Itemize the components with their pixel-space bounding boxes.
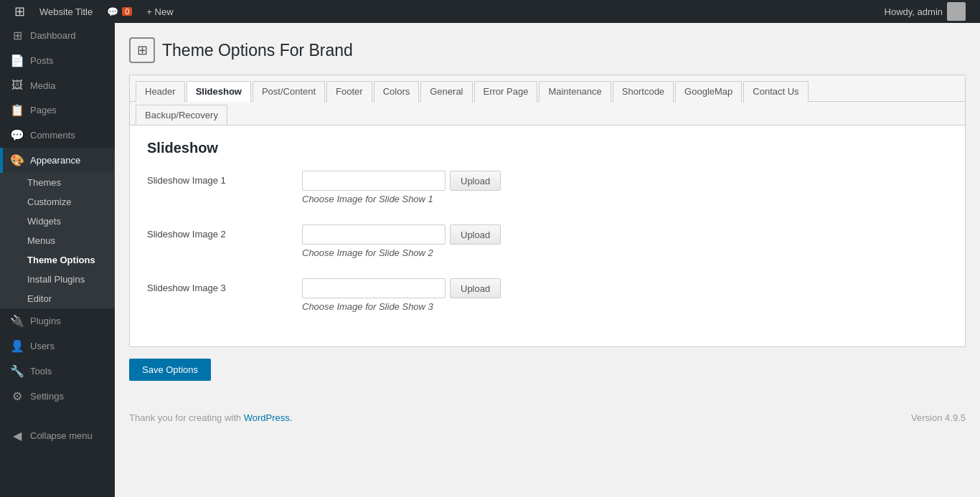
tab-backup-recovery[interactable]: Backup/Recovery [136,105,227,125]
sidebar-item-comments[interactable]: 💬 Comments [0,123,115,148]
tab-footer[interactable]: Footer [326,81,372,102]
footer-thanks: Thank you for creating with WordPress. [129,412,292,423]
slideshow-image-2-hint: Choose Image for Slide Show 2 [302,247,501,258]
sidebar-sub-install-plugins[interactable]: Install Plugins [0,270,115,289]
sidebar-item-posts[interactable]: 📄 Posts [0,48,115,73]
sidebar: ⊞ Dashboard 📄 Posts 🖼 Media 📋 Pages 💬 Co… [0,23,115,497]
sidebar-sub-menus[interactable]: Menus [0,231,115,250]
comment-icon: 💬 [107,6,118,17]
sidebar-item-plugins[interactable]: 🔌 Plugins [0,308,115,333]
footer-version: Version 4.9.5 [911,412,966,423]
sidebar-item-media[interactable]: 🖼 Media [0,73,115,98]
sidebar-collapse-label: Collapse menu [30,430,93,441]
slideshow-image-1-label: Slideshow Image 1 [147,171,291,186]
sidebar-sub-widgets[interactable]: Widgets [0,212,115,231]
slideshow-image-3-hint: Choose Image for Slide Show 3 [302,301,501,312]
plugins-icon: 🔌 [10,314,24,328]
slideshow-image-2-input-row: Upload [302,224,501,245]
dashboard-icon: ⊞ [10,29,24,42]
howdy-text: Howdy, admin [885,6,943,17]
tabs-container: Header Slideshow Post/Content Footer Col… [129,75,966,347]
footer-wp-link[interactable]: WordPress. [244,412,293,423]
slideshow-image-3-upload-button[interactable]: Upload [450,278,501,298]
site-name[interactable]: Website Title [32,0,100,23]
slideshow-section-title: Slideshow [147,140,948,156]
sidebar-sub-customize[interactable]: Customize [0,192,115,212]
tools-icon: 🔧 [10,364,24,378]
main-content: ⊞ Theme Options For Brand Header Slidesh… [115,23,980,497]
wp-logo[interactable]: ⊞ [7,0,32,23]
sidebar-item-settings[interactable]: ⚙ Settings [0,384,115,409]
slideshow-image-1-input-row: Upload [302,171,501,191]
media-icon: 🖼 [10,79,24,92]
collapse-icon: ◀ [10,429,24,442]
sidebar-label-media: Media [30,80,55,91]
sidebar-label-comments: Comments [30,130,75,141]
pages-icon: 📋 [10,103,24,117]
appearance-icon: 🎨 [10,153,24,167]
page-footer: Thank you for creating with WordPress. V… [129,412,966,423]
sidebar-sub-editor[interactable]: Editor [0,289,115,308]
tab-colors[interactable]: Colors [374,81,420,102]
slideshow-image-1-upload-button[interactable]: Upload [450,171,501,191]
slideshow-image-3-input[interactable] [302,278,446,298]
tab-googlemap[interactable]: GoogleMap [675,81,742,102]
slideshow-image-1-row: Slideshow Image 1 Upload Choose Image fo… [147,171,948,204]
slideshow-image-1-input[interactable] [302,171,446,191]
sidebar-sub-themes[interactable]: Themes [0,173,115,192]
appearance-submenu: Themes Customize Widgets Menus Theme Opt… [0,173,115,308]
new-link[interactable]: + New [139,0,180,23]
slideshow-image-2-row: Slideshow Image 2 Upload Choose Image fo… [147,224,948,258]
page-wrapper: ⊞ Dashboard 📄 Posts 🖼 Media 📋 Pages 💬 Co… [0,0,980,497]
tab-maintenance[interactable]: Maintenance [539,81,611,102]
slideshow-image-2-input[interactable] [302,224,446,245]
slideshow-image-2-label: Slideshow Image 2 [147,224,291,240]
page-title-area: ⊞ Theme Options For Brand [129,37,966,63]
posts-icon: 📄 [10,54,24,67]
tab-header[interactable]: Header [136,81,185,102]
sidebar-sub-theme-options[interactable]: Theme Options [0,250,115,270]
slideshow-image-2-upload-button[interactable]: Upload [450,224,501,245]
new-label: + New [146,6,173,17]
sidebar-label-pages: Pages [30,105,57,115]
sidebar-item-pages[interactable]: 📋 Pages [0,98,115,123]
comments-link[interactable]: 💬 0 [100,0,139,23]
tabs-nav-row1: Header Slideshow Post/Content Footer Col… [130,75,965,102]
sidebar-label-users: Users [30,341,55,351]
tab-contact-us[interactable]: Contact Us [743,81,808,102]
save-options-button[interactable]: Save Options [129,359,211,381]
howdy-area: Howdy, admin [877,2,973,21]
tab-error-page[interactable]: Error Page [474,81,538,102]
slideshow-image-2-controls: Upload Choose Image for Slide Show 2 [302,224,501,258]
tab-shortcode[interactable]: Shortcode [613,81,674,102]
avatar [947,2,966,21]
sidebar-item-users[interactable]: 👤 Users [0,333,115,359]
tab-slideshow[interactable]: Slideshow [187,81,251,102]
page-title: Theme Options For Brand [162,41,353,60]
sidebar-item-dashboard[interactable]: ⊞ Dashboard [0,23,115,48]
sidebar-label-settings: Settings [30,391,64,402]
sidebar-item-tools[interactable]: 🔧 Tools [0,359,115,384]
sidebar-label-dashboard: Dashboard [30,30,76,41]
users-icon: 👤 [10,339,24,353]
sidebar-item-appearance[interactable]: 🎨 Appearance [0,148,115,173]
slideshow-image-3-label: Slideshow Image 3 [147,278,291,293]
sidebar-label-appearance: Appearance [30,155,80,166]
sidebar-menu: ⊞ Dashboard 📄 Posts 🖼 Media 📋 Pages 💬 Co… [0,23,115,173]
wp-icon: ⊞ [14,4,25,19]
footer-thanks-text: Thank you for creating with [129,412,241,423]
slideshow-image-3-input-row: Upload [302,278,501,298]
admin-bar: ⊞ Website Title 💬 0 + New Howdy, admin [0,0,980,23]
tabs-nav-row2: Backup/Recovery [130,102,965,126]
slideshow-image-3-row: Slideshow Image 3 Upload Choose Image fo… [147,278,948,312]
sidebar-label-plugins: Plugins [30,316,61,326]
tab-post-content[interactable]: Post/Content [253,81,325,102]
comments-icon: 💬 [10,128,24,142]
sidebar-label-tools: Tools [30,366,52,377]
slideshow-image-1-controls: Upload Choose Image for Slide Show 1 [302,171,501,204]
slideshow-image-1-hint: Choose Image for Slide Show 1 [302,194,501,204]
settings-icon: ⚙ [10,389,24,403]
sidebar-collapse[interactable]: ◀ Collapse menu [0,423,115,448]
page-title-icon: ⊞ [129,37,155,63]
tab-general[interactable]: General [420,81,472,102]
